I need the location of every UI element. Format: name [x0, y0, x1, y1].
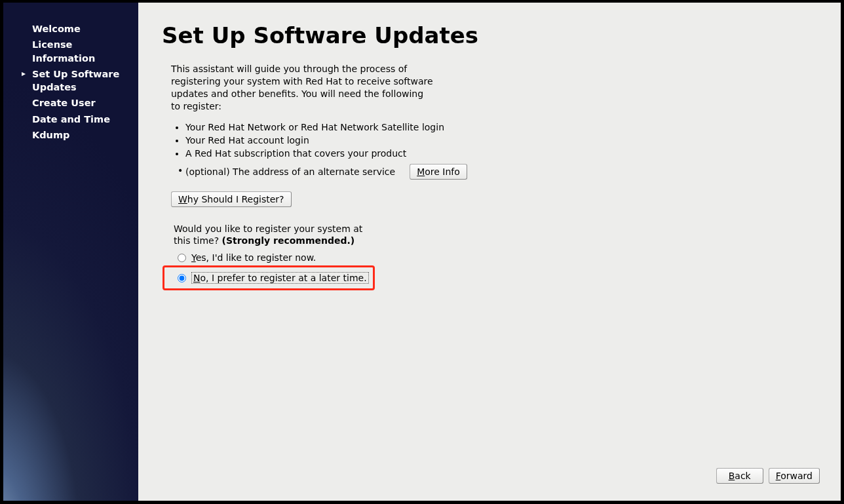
radio-no-label[interactable]: No, I prefer to register at a later time… — [191, 272, 369, 284]
forward-label-rest: orward — [780, 471, 813, 481]
back-label-rest: ack — [735, 471, 750, 481]
sidebar-item-welcome[interactable]: Welcome — [3, 21, 138, 37]
more-info-label-rest: ore Info — [425, 166, 460, 177]
req-item: Your Red Hat Network or Red Hat Network … — [185, 122, 817, 132]
sidebar: Welcome License Information Set Up Softw… — [3, 3, 138, 501]
forward-button[interactable]: Forward — [769, 468, 820, 484]
back-button[interactable]: Back — [716, 468, 763, 484]
radio-yes-row[interactable]: Yes, I'd like to register now. — [175, 251, 817, 264]
sidebar-item-license[interactable]: License Information — [3, 37, 138, 66]
footer: Back Forward — [138, 460, 841, 501]
req-item: A Red Hat subscription that covers your … — [185, 148, 817, 159]
firstboot-window: Welcome License Information Set Up Softw… — [3, 2, 841, 501]
radio-yes-input[interactable] — [178, 254, 186, 262]
radio-yes-label[interactable]: Yes, I'd like to register now. — [191, 252, 316, 263]
optional-row: (optional) The address of an alternate s… — [174, 164, 817, 180]
requirements-list: Your Red Hat Network or Red Hat Network … — [174, 122, 817, 159]
radio-no-highlight: No, I prefer to register at a later time… — [163, 265, 375, 290]
sidebar-item-create-user[interactable]: Create User — [3, 95, 138, 111]
radio-no-row[interactable]: No, I prefer to register at a later time… — [175, 271, 373, 285]
sidebar-item-updates[interactable]: Set Up Software Updates — [3, 66, 138, 96]
sidebar-item-kdump[interactable]: Kdump — [3, 127, 138, 143]
why-register-row: Why Should I Register? — [171, 191, 817, 207]
question-strong: (Strongly recommended.) — [222, 235, 355, 246]
main-pane: Set Up Software Updates This assistant w… — [138, 3, 841, 501]
why-register-button[interactable]: Why Should I Register? — [171, 191, 292, 207]
why-register-label-rest: hy Should I Register? — [187, 194, 284, 204]
req-item: Your Red Hat account login — [185, 135, 817, 145]
page-title: Set Up Software Updates — [162, 22, 817, 48]
sidebar-item-date-time[interactable]: Date and Time — [3, 111, 138, 127]
radio-no-input[interactable] — [178, 274, 186, 282]
optional-text: (optional) The address of an alternate s… — [185, 166, 395, 177]
more-info-button[interactable]: More Info — [410, 164, 467, 180]
content-area: Set Up Software Updates This assistant w… — [138, 3, 841, 460]
register-question: Would you like to register your system a… — [174, 223, 370, 248]
intro-text: This assistant will guide you through th… — [171, 63, 433, 113]
